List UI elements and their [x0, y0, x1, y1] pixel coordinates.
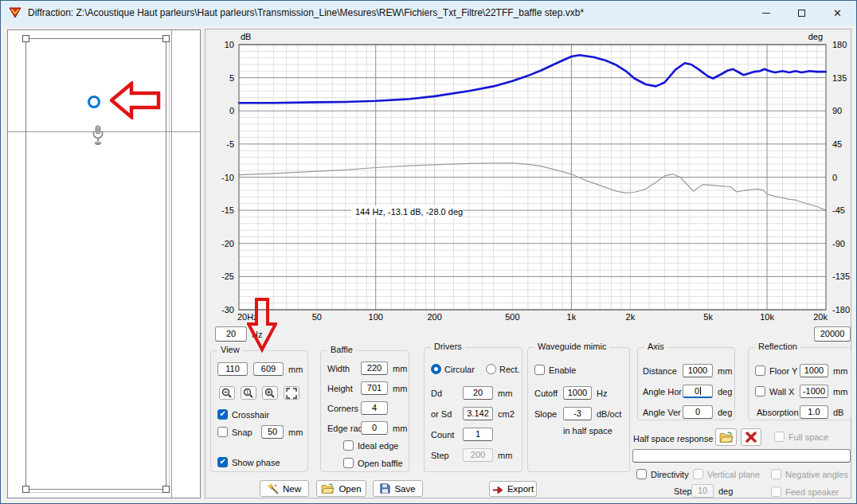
- snap-label: Snap: [232, 428, 252, 437]
- close-button[interactable]: ✕: [820, 1, 855, 25]
- angle-hor-input[interactable]: 0: [683, 385, 713, 398]
- open-button[interactable]: Open: [316, 480, 366, 497]
- floor-checkbox[interactable]: [755, 365, 765, 376]
- svg-text:-135: -135: [832, 272, 850, 281]
- sd-label: or Sd: [431, 409, 452, 419]
- view-y-input[interactable]: 609: [253, 362, 284, 376]
- snap-value-input[interactable]: 50: [261, 425, 284, 439]
- half-space-response-label: Half space response: [633, 434, 713, 443]
- full-space-checkbox: [774, 432, 785, 442]
- baffle-handle-bottom-right[interactable]: [162, 486, 170, 493]
- ideal-edge-checkbox[interactable]: [343, 440, 354, 451]
- baffle-drawing-panel[interactable]: [7, 29, 201, 498]
- directivity-label: Directivity: [651, 470, 689, 479]
- count-input[interactable]: 1: [463, 428, 493, 441]
- svg-text:-180: -180: [832, 305, 850, 315]
- svg-text:50: 50: [312, 312, 322, 322]
- open-button-label: Open: [338, 484, 361, 494]
- circular-radio[interactable]: [431, 364, 441, 374]
- svg-text:0: 0: [229, 106, 234, 115]
- rect-radio-label: Rect.: [499, 365, 520, 374]
- floor-input[interactable]: 1000: [800, 364, 828, 377]
- baffle-handle-bottom-left[interactable]: [22, 486, 29, 493]
- angle-ver-label: Angle Ver: [643, 408, 681, 417]
- frequency-response-chart[interactable]: 144 Hz, -13.1 dB, -28.0 degdBdeg1050-5-1…: [205, 29, 852, 326]
- cutoff-unit: Hz: [597, 389, 607, 398]
- cutoff-input[interactable]: 1000: [563, 386, 592, 400]
- save-floppy-icon: [380, 483, 390, 494]
- snap-checkbox[interactable]: [217, 427, 228, 437]
- baffle-handle-top-right[interactable]: [162, 35, 170, 42]
- red-x-icon: [745, 432, 757, 443]
- svg-text:100: 100: [369, 312, 383, 322]
- titlebar: Diffraction: Z:\Acoustique Haut parleurs…: [1, 1, 856, 25]
- zoom-fit-button[interactable]: [284, 386, 299, 400]
- baffle-edge-radius-unit: mm: [393, 424, 407, 433]
- magic-wand-icon: [268, 483, 279, 494]
- open-folder-icon: [321, 483, 335, 494]
- full-space-label: Full space: [789, 432, 828, 442]
- crosshair-checkbox[interactable]: [217, 409, 228, 420]
- half-space-file-input[interactable]: [632, 449, 851, 463]
- wall-checkbox[interactable]: [755, 386, 765, 397]
- directivity-checkbox[interactable]: [636, 469, 647, 479]
- half-space-clear-button[interactable]: [741, 428, 761, 446]
- microphone-icon[interactable]: [91, 125, 105, 146]
- half-space-open-button[interactable]: [715, 428, 737, 446]
- svg-text:180: 180: [832, 40, 847, 49]
- wall-input[interactable]: -1000: [800, 385, 828, 398]
- save-button[interactable]: Save: [373, 480, 423, 497]
- baffle-height-label: Height: [327, 384, 353, 393]
- svg-text:45: 45: [832, 139, 842, 149]
- text-caret: [700, 387, 701, 395]
- directivity-step-input: 10: [691, 484, 714, 498]
- export-button[interactable]: Export: [489, 481, 537, 497]
- negative-angles-checkbox: [771, 469, 781, 479]
- reflection-group-title: Reflection: [755, 342, 800, 351]
- maximize-button[interactable]: [784, 1, 820, 25]
- baffle-height-input[interactable]: 701: [361, 381, 388, 395]
- svg-text:-15: -15: [221, 205, 234, 215]
- freq-min-input[interactable]: 20: [215, 326, 247, 342]
- zoom-out-button[interactable]: [219, 386, 235, 400]
- svg-text:10k: 10k: [760, 312, 774, 322]
- baffle-corners-input[interactable]: 4: [361, 401, 388, 415]
- freq-max-input[interactable]: 20000: [814, 326, 851, 342]
- waveguide-enable-checkbox[interactable]: [534, 365, 545, 375]
- dd-unit: mm: [498, 389, 512, 398]
- axis-group-title: Axis: [644, 342, 667, 351]
- wall-label: Wall X: [769, 387, 794, 397]
- zoom-fit-icon: [286, 388, 297, 399]
- show-phase-checkbox[interactable]: [217, 457, 228, 467]
- zoom-in-button[interactable]: [262, 386, 278, 400]
- distance-input[interactable]: 1000: [683, 364, 713, 377]
- baffle-handle-top-left[interactable]: [22, 35, 29, 42]
- angle-hor-label: Angle Hor: [643, 387, 682, 397]
- baffle-width-input[interactable]: 220: [361, 361, 388, 375]
- absorption-input[interactable]: 1.0: [800, 405, 828, 419]
- window-title: Diffraction: Z:\Acoustique Haut parleurs…: [28, 7, 584, 18]
- slope-input[interactable]: -3: [563, 407, 592, 420]
- rect-radio[interactable]: [486, 364, 496, 374]
- view-x-input[interactable]: 110: [217, 362, 248, 376]
- zoom-100-button[interactable]: 1: [241, 386, 256, 400]
- circular-radio-label: Circular: [444, 365, 475, 374]
- svg-text:1: 1: [246, 389, 249, 395]
- sd-input[interactable]: 3.142: [463, 407, 493, 420]
- svg-text:1k: 1k: [567, 312, 577, 322]
- vertical-plane-label: Vertical plane: [707, 470, 760, 479]
- dd-input[interactable]: 20: [463, 386, 493, 400]
- count-label: Count: [431, 430, 454, 440]
- driver-circle[interactable]: [88, 96, 100, 108]
- open-baffle-checkbox[interactable]: [343, 458, 354, 468]
- absorption-label: Absorption: [757, 408, 799, 417]
- baffle-group-title: Baffle: [327, 345, 356, 354]
- new-button[interactable]: New: [260, 480, 309, 497]
- minimize-button[interactable]: [748, 1, 784, 25]
- vertical-plane-checkbox: [693, 469, 703, 479]
- angle-ver-input[interactable]: 0: [683, 405, 713, 419]
- snap-unit-label: mm: [288, 428, 303, 437]
- view-group-title: View: [217, 345, 243, 354]
- baffle-edge-radius-input[interactable]: 0: [361, 421, 388, 435]
- crosshair-vertical-line: [171, 30, 172, 498]
